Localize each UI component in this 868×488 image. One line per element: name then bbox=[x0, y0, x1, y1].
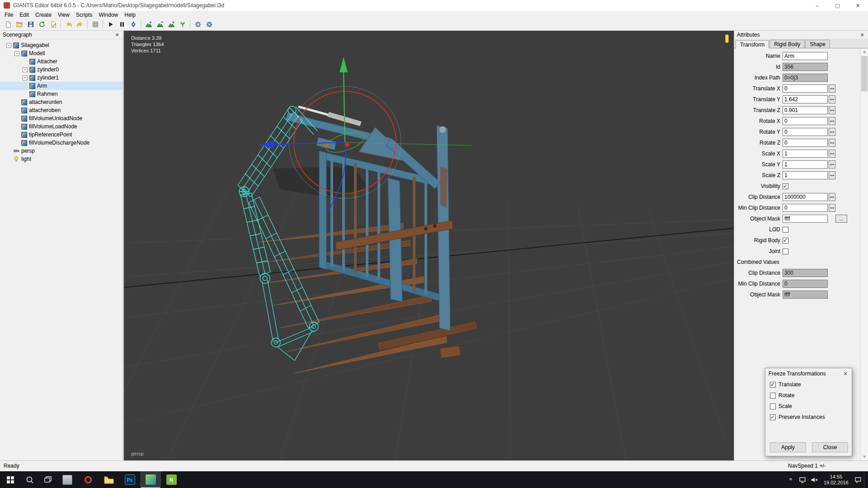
taskbar-app-giants-editor[interactable] bbox=[140, 471, 161, 488]
new-file-icon[interactable] bbox=[2, 19, 14, 30]
terrain-foliage-icon[interactable] bbox=[177, 19, 188, 30]
menu-view[interactable]: View bbox=[55, 11, 73, 19]
taskbar-clock[interactable]: 14:55 19.02.2016 bbox=[820, 474, 852, 486]
tab-transform[interactable]: Transform bbox=[736, 40, 769, 48]
clip-distance-spinner[interactable] bbox=[829, 193, 835, 201]
apply-button[interactable]: Apply bbox=[770, 442, 806, 452]
tree-node-zylinder1[interactable]: + zylinder1 bbox=[0, 74, 123, 82]
visibility-checkbox[interactable] bbox=[783, 183, 788, 189]
start-button[interactable] bbox=[0, 471, 21, 488]
scale-x-input[interactable] bbox=[783, 150, 828, 158]
tree-node-fillvolumeunloadnode[interactable]: fillVolumeUnloadNode bbox=[0, 114, 123, 122]
rotate-y-input[interactable] bbox=[783, 128, 828, 136]
scroll-down-icon[interactable]: ▼ bbox=[861, 453, 868, 460]
expand-toggle-icon[interactable]: + bbox=[23, 67, 28, 72]
undo-icon[interactable] bbox=[63, 19, 74, 30]
task-view-button[interactable] bbox=[39, 471, 57, 488]
freeze-scale-checkbox[interactable] bbox=[770, 404, 776, 409]
measure-grid-icon[interactable] bbox=[90, 19, 101, 30]
tree-node-tipreferencepoint[interactable]: tipReferencePoint bbox=[0, 131, 123, 139]
translate-x-spinner[interactable] bbox=[829, 84, 835, 93]
action-center-button[interactable] bbox=[852, 471, 864, 488]
redo-icon[interactable] bbox=[74, 19, 85, 30]
dialog-close-icon[interactable]: ✕ bbox=[842, 371, 849, 377]
tree-node-attacheroben[interactable]: attacheroben bbox=[0, 106, 123, 114]
tree-node-zylinder0[interactable]: + zylinder0 bbox=[0, 66, 123, 74]
tree-node-attacher[interactable]: Attacher bbox=[0, 57, 123, 66]
maximize-button[interactable]: ▢ bbox=[827, 0, 848, 11]
menu-scripts[interactable]: Scripts bbox=[73, 11, 96, 19]
search-button[interactable] bbox=[21, 471, 39, 488]
terrain-sculpt-icon[interactable] bbox=[143, 19, 154, 30]
freeze-rotate-checkbox[interactable] bbox=[770, 393, 776, 399]
terrain-paint-icon[interactable] bbox=[165, 19, 177, 30]
translate-y-input[interactable] bbox=[783, 95, 828, 103]
scale-y-spinner[interactable] bbox=[829, 160, 835, 169]
translate-z-input[interactable] bbox=[783, 106, 828, 114]
tree-node-arm[interactable]: Arm bbox=[0, 82, 123, 90]
tray-volume-button[interactable] bbox=[808, 471, 820, 488]
translate-z-spinner[interactable] bbox=[829, 106, 835, 114]
save-file-icon[interactable] bbox=[25, 19, 36, 30]
collapse-toggle-icon[interactable]: − bbox=[6, 43, 11, 48]
rotate-x-spinner[interactable] bbox=[829, 117, 835, 125]
tree-node-attacherunten[interactable]: attacherunten bbox=[0, 98, 123, 106]
rotate-z-spinner[interactable] bbox=[829, 139, 835, 147]
export-icon[interactable] bbox=[47, 19, 59, 30]
taskbar-app-generic[interactable] bbox=[57, 471, 78, 488]
titlebar[interactable]: GIANTS Editor 64bit 6.0.5 - C:/Users/Mar… bbox=[0, 0, 868, 11]
scroll-up-icon[interactable]: ▲ bbox=[861, 48, 868, 56]
rigid-body-checkbox[interactable] bbox=[783, 238, 788, 244]
animation-key-icon[interactable] bbox=[127, 19, 139, 30]
rotate-x-input[interactable] bbox=[783, 117, 828, 125]
collapse-toggle-icon[interactable]: − bbox=[14, 51, 19, 56]
tree-node-fillvolumedischargenode[interactable]: fillVolumeDischargeNode bbox=[0, 139, 123, 147]
scale-x-spinner[interactable] bbox=[829, 150, 835, 158]
menu-create[interactable]: Create bbox=[32, 11, 55, 19]
menu-edit[interactable]: Edit bbox=[16, 11, 32, 19]
tree-node-modell[interactable]: − Modell bbox=[0, 49, 123, 57]
menu-help[interactable]: Help bbox=[121, 11, 139, 19]
min-clip-distance-spinner[interactable] bbox=[829, 204, 835, 212]
tray-expand-button[interactable]: ^ bbox=[785, 471, 797, 488]
minimize-button[interactable]: – bbox=[807, 0, 827, 11]
close-button[interactable]: ✕ bbox=[848, 0, 868, 11]
clip-distance-input[interactable] bbox=[783, 193, 828, 201]
viewport[interactable]: Distance 3.39 Triangles 1364 Vertices 17… bbox=[124, 31, 734, 460]
translate-x-input[interactable] bbox=[783, 84, 828, 93]
min-clip-distance-input[interactable] bbox=[783, 204, 828, 212]
menu-window[interactable]: Window bbox=[96, 11, 122, 19]
attributes-close-icon[interactable]: ✕ bbox=[859, 32, 865, 38]
lod-checkbox[interactable] bbox=[783, 227, 788, 233]
taskbar-app-opera[interactable] bbox=[78, 471, 99, 488]
scale-z-spinner[interactable] bbox=[829, 171, 835, 179]
tree-node-silagegabel[interactable]: − Silagegabel bbox=[0, 41, 123, 49]
rotate-y-spinner[interactable] bbox=[829, 128, 835, 136]
silage-fork-model[interactable] bbox=[259, 107, 478, 373]
tree-node-fillvolumeloadnode[interactable]: fillVolumeLoadNode bbox=[0, 122, 123, 131]
viewport-3d-scene[interactable] bbox=[124, 31, 734, 460]
tray-network-button[interactable] bbox=[797, 471, 808, 488]
expand-toggle-icon[interactable]: + bbox=[23, 75, 28, 80]
rotate-z-input[interactable] bbox=[783, 139, 828, 147]
joint-checkbox[interactable] bbox=[783, 249, 788, 254]
show-desktop-button[interactable] bbox=[864, 471, 867, 488]
open-file-icon[interactable] bbox=[14, 19, 25, 30]
pause-icon[interactable] bbox=[116, 19, 127, 30]
freeze-translate-checkbox[interactable] bbox=[770, 382, 776, 388]
scale-z-input[interactable] bbox=[783, 171, 828, 179]
preserve-instances-checkbox[interactable] bbox=[770, 414, 776, 420]
tree-node-light[interactable]: light bbox=[0, 155, 123, 163]
tree-node-persp[interactable]: persp bbox=[0, 147, 123, 155]
attributes-scrollbar[interactable]: ▲ ▼ bbox=[860, 48, 868, 460]
menu-file[interactable]: File bbox=[1, 11, 16, 19]
dialog-header[interactable]: Freeze Transformations ✕ bbox=[765, 368, 852, 379]
translate-y-spinner[interactable] bbox=[829, 95, 835, 103]
scenegraph-close-icon[interactable]: ✕ bbox=[114, 32, 120, 38]
tab-shape[interactable]: Shape bbox=[805, 40, 830, 48]
taskbar-app-file-explorer[interactable] bbox=[99, 471, 119, 488]
panel-dock-grip[interactable] bbox=[725, 34, 729, 43]
taskbar-app-notepad-plus-plus[interactable]: N bbox=[161, 471, 182, 488]
play-icon[interactable] bbox=[105, 19, 116, 30]
object-mask-input[interactable] bbox=[783, 215, 828, 223]
